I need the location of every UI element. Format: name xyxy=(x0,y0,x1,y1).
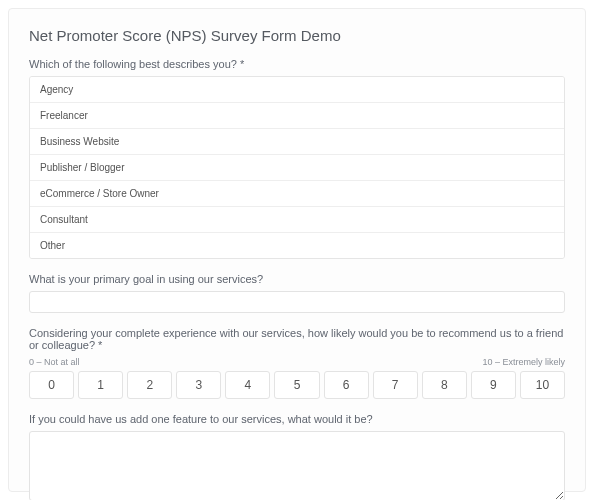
q3-scale-item[interactable]: 0 xyxy=(29,371,74,399)
q1-option[interactable]: Consultant xyxy=(30,207,564,233)
q3-low-label: 0 – Not at all xyxy=(29,357,80,367)
q1-option[interactable]: Business Website xyxy=(30,129,564,155)
q1-options: Agency Freelancer Business Website Publi… xyxy=(29,76,565,259)
q3-scale-item[interactable]: 6 xyxy=(324,371,369,399)
q1-option[interactable]: eCommerce / Store Owner xyxy=(30,181,564,207)
q3-scale-item[interactable]: 7 xyxy=(373,371,418,399)
q1-option[interactable]: Freelancer xyxy=(30,103,564,129)
q3-scale-item[interactable]: 5 xyxy=(274,371,319,399)
q3-high-label: 10 – Extremely likely xyxy=(482,357,565,367)
q1-option[interactable]: Publisher / Blogger xyxy=(30,155,564,181)
q3-scale-item[interactable]: 3 xyxy=(176,371,221,399)
form-title: Net Promoter Score (NPS) Survey Form Dem… xyxy=(29,27,565,44)
q3-scale-item[interactable]: 9 xyxy=(471,371,516,399)
q1-label: Which of the following best describes yo… xyxy=(29,58,565,70)
q3-scale-item[interactable]: 4 xyxy=(225,371,270,399)
q3-scale-item[interactable]: 8 xyxy=(422,371,467,399)
survey-form-card: Net Promoter Score (NPS) Survey Form Dem… xyxy=(8,8,586,492)
q2-input[interactable] xyxy=(29,291,565,313)
q3-scale-item[interactable]: 1 xyxy=(78,371,123,399)
q3-label: Considering your complete experience wit… xyxy=(29,327,565,351)
q2-label: What is your primary goal in using our s… xyxy=(29,273,565,285)
q4-textarea[interactable] xyxy=(29,431,565,500)
q3-scale: 0 1 2 3 4 5 6 7 8 9 10 xyxy=(29,371,565,399)
q3-scale-item[interactable]: 10 xyxy=(520,371,565,399)
q4-label: If you could have us add one feature to … xyxy=(29,413,565,425)
q3-scale-item[interactable]: 2 xyxy=(127,371,172,399)
q1-option[interactable]: Other xyxy=(30,233,564,258)
q3-scale-labels: 0 – Not at all 10 – Extremely likely xyxy=(29,357,565,367)
q1-option[interactable]: Agency xyxy=(30,77,564,103)
